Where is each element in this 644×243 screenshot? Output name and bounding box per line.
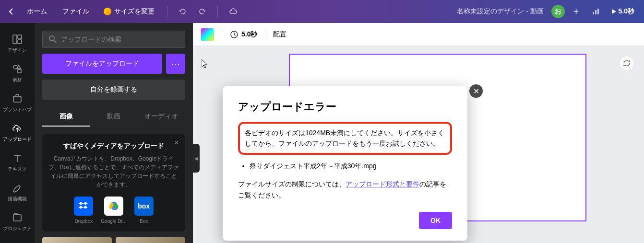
error-modal: ✕ アップロードエラー 各ビデオのサイズは1024MB未満にしてください。サイズ… [223,86,467,241]
play-duration[interactable]: 5.0秒 [607,5,638,18]
modal-info-before: ファイルサイズの制限については、 [238,180,346,188]
svg-rect-2 [597,9,599,14]
file-menu[interactable]: ファイル [57,4,95,19]
modal-file-item: 祭りダイジェスト平成2年～平成30年.mpg [250,161,452,171]
analytics-button[interactable] [588,4,603,19]
design-title[interactable]: 名称未設定のデザイン - 動画 [457,7,543,16]
top-bar: ホーム ファイル サイズを変更 名称未設定のデザイン - 動画 お + 5.0秒 [0,0,644,23]
undo-button[interactable] [175,4,191,19]
modal-file-list: 祭りダイジェスト平成2年～平成30年.mpg [238,161,452,171]
cloud-button[interactable] [226,4,241,19]
home-link[interactable]: ホーム [21,4,53,19]
modal-info: ファイルサイズの制限については、アップロード形式と要件の記事をご覧ください。 [238,179,452,200]
modal-actions: OK [238,212,452,229]
svg-rect-0 [593,12,594,14]
modal-link[interactable]: アップロード形式と要件 [346,180,419,188]
user-avatar[interactable]: お [551,5,565,18]
add-button[interactable]: + [569,4,584,19]
top-bar-right: 名称未設定のデザイン - 動画 お + 5.0秒 [457,4,638,19]
modal-backdrop: ✕ アップロードエラー 各ビデオのサイズは1024MB未満にしてください。サイズ… [0,23,644,243]
modal-message: 各ビデオのサイズは1024MB未満にしてください。サイズを小さくしてから、ファイ… [238,122,452,155]
svg-rect-1 [595,10,596,14]
resize-button[interactable]: サイズを変更 [99,4,159,19]
resize-label: サイズを変更 [114,7,155,16]
modal-close-button[interactable]: ✕ [469,84,483,98]
back-button[interactable] [6,6,17,17]
crown-icon [104,8,111,15]
modal-title: アップロードエラー [238,100,452,114]
duration-label: 5.0秒 [619,7,634,16]
top-bar-left: ホーム ファイル サイズを変更 [6,4,241,19]
divider [217,6,218,17]
modal-ok-button[interactable]: OK [419,212,452,229]
redo-button[interactable] [194,4,210,19]
divider [167,6,167,17]
